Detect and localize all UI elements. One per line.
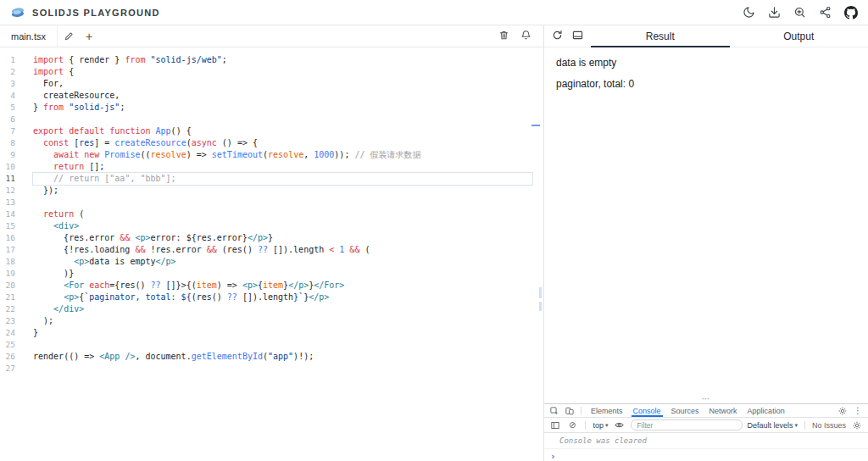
code-line-14[interactable]: 14 return (: [0, 208, 543, 220]
code-line-15[interactable]: 15 <div>: [0, 220, 543, 232]
line-number[interactable]: 7: [0, 125, 15, 137]
line-number[interactable]: 25: [0, 339, 15, 351]
device-toolbar-button[interactable]: [563, 407, 576, 415]
line-text[interactable]: }: [33, 327, 38, 339]
console-sidebar-button[interactable]: [548, 421, 562, 430]
line-text[interactable]: <div>: [33, 220, 79, 232]
line-number[interactable]: 16: [0, 232, 15, 244]
reset-button[interactable]: [498, 30, 509, 43]
line-text[interactable]: {!res.loading && !res.error && (res() ??…: [33, 244, 370, 256]
line-number[interactable]: 20: [0, 280, 15, 292]
line-number[interactable]: 22: [0, 303, 15, 315]
code-line-21[interactable]: 21 <p>{`paginator, total: ${(res() ?? []…: [0, 292, 543, 303]
line-number[interactable]: 3: [0, 78, 15, 90]
console-prompt-row[interactable]: ›: [544, 449, 868, 461]
line-number[interactable]: 8: [0, 137, 15, 149]
line-text[interactable]: For,: [33, 78, 64, 90]
line-text[interactable]: createResource,: [33, 90, 120, 102]
line-text[interactable]: </div>: [33, 303, 84, 315]
line-text[interactable]: // return ["aa", "bbb"];: [33, 173, 176, 185]
code-line-6[interactable]: 6: [0, 114, 543, 125]
github-button[interactable]: [844, 6, 858, 19]
tab-result[interactable]: Result: [591, 25, 730, 47]
line-number[interactable]: 27: [0, 363, 15, 375]
line-text[interactable]: import {: [33, 66, 74, 78]
tab-output[interactable]: Output: [730, 25, 868, 47]
line-text[interactable]: } from "solid-js";: [33, 102, 125, 114]
line-text[interactable]: <p>data is empty</p>: [33, 256, 176, 268]
line-text[interactable]: render(() => <App />, document.getElemen…: [33, 351, 314, 363]
code-line-2[interactable]: 2import {: [0, 66, 543, 78]
line-text[interactable]: const [res] = createResource(async () =>…: [33, 137, 258, 149]
line-text[interactable]: )}: [33, 268, 74, 280]
devtools-resize-handle[interactable]: ⋯: [544, 397, 868, 403]
devtools-settings-button[interactable]: [836, 407, 849, 415]
context-selector[interactable]: top ▾: [593, 421, 608, 430]
code-line-24[interactable]: 24}: [0, 327, 543, 339]
devtools-tab-sources[interactable]: Sources: [666, 404, 704, 417]
line-number[interactable]: 10: [0, 161, 15, 173]
line-text[interactable]: <For each={res() ?? []}>{(item) => <p>{i…: [33, 280, 344, 292]
line-number[interactable]: 21: [0, 292, 15, 303]
line-number[interactable]: 23: [0, 315, 15, 327]
devtools-tab-network[interactable]: Network: [704, 404, 743, 417]
code-line-12[interactable]: 12 });: [0, 185, 543, 197]
code-line-20[interactable]: 20 <For each={res() ?? []}>{(item) => <p…: [0, 280, 543, 292]
line-number[interactable]: 1: [0, 54, 15, 66]
log-levels-selector[interactable]: Default levels ▾: [747, 421, 798, 430]
line-number[interactable]: 5: [0, 102, 15, 114]
line-text[interactable]: <p>{`paginator, total: ${(res() ?? []).l…: [33, 292, 329, 303]
clear-console-button[interactable]: ⊘: [566, 421, 578, 430]
code-line-11[interactable]: 11 // return ["aa", "bbb"];: [0, 173, 543, 185]
code-line-4[interactable]: 4 createResource,: [0, 90, 543, 102]
line-text[interactable]: {res.error && <p>error: ${res.error}</p>…: [33, 232, 273, 244]
inspect-element-button[interactable]: [548, 407, 561, 415]
devtools-tab-console[interactable]: Console: [628, 404, 666, 417]
add-tab-button[interactable]: +: [80, 31, 98, 42]
devtools-menu-button[interactable]: ⋮: [851, 407, 865, 415]
line-number[interactable]: 9: [0, 149, 15, 161]
line-text[interactable]: );: [33, 315, 53, 327]
line-number[interactable]: 18: [0, 256, 15, 268]
code-line-3[interactable]: 3 For,: [0, 78, 543, 90]
line-number[interactable]: 17: [0, 244, 15, 256]
code-line-25[interactable]: 25: [0, 339, 543, 351]
code-line-27[interactable]: 27: [0, 363, 543, 375]
line-number[interactable]: 24: [0, 327, 15, 339]
code-line-5[interactable]: 5} from "solid-js";: [0, 102, 543, 114]
code-line-9[interactable]: 9 await new Promise((resolve) => setTime…: [0, 149, 543, 161]
code-line-16[interactable]: 16 {res.error && <p>error: ${res.error}<…: [0, 232, 543, 244]
line-number[interactable]: 11: [0, 173, 15, 185]
line-number[interactable]: 26: [0, 351, 15, 363]
line-text[interactable]: return (: [33, 208, 84, 220]
code-line-7[interactable]: 7export default function App() {: [0, 125, 543, 137]
code-line-18[interactable]: 18 <p>data is empty</p>: [0, 256, 543, 268]
notifications-button[interactable]: [520, 30, 531, 43]
console-settings-button[interactable]: [850, 421, 864, 430]
line-number[interactable]: 6: [0, 114, 15, 125]
line-text[interactable]: });: [33, 185, 58, 197]
dark-mode-button[interactable]: [743, 6, 755, 19]
refresh-button[interactable]: [552, 30, 563, 43]
code-line-1[interactable]: 1import { render } from "solid-js/web";: [0, 54, 543, 66]
brand[interactable]: SOLIDJS PLAYGROUND: [10, 5, 160, 20]
line-number[interactable]: 4: [0, 90, 15, 102]
code-editor[interactable]: 1import { render } from "solid-js/web";2…: [0, 47, 543, 461]
code-line-22[interactable]: 22 </div>: [0, 303, 543, 315]
code-line-17[interactable]: 17 {!res.loading && !res.error && (res()…: [0, 244, 543, 256]
devtools-tab-elements[interactable]: Elements: [586, 404, 628, 417]
code-line-26[interactable]: 26render(() => <App />, document.getElem…: [0, 351, 543, 363]
line-text[interactable]: export default function App() {: [33, 125, 192, 137]
line-number[interactable]: 14: [0, 208, 15, 220]
tab-main-tsx[interactable]: main.tsx: [0, 25, 58, 47]
devtools-tab-application[interactable]: Application: [743, 404, 790, 417]
line-number[interactable]: 12: [0, 185, 15, 197]
line-number[interactable]: 19: [0, 268, 15, 280]
live-expression-button[interactable]: [612, 420, 626, 430]
code-line-13[interactable]: 13: [0, 197, 543, 208]
issues-counter[interactable]: No Issues: [812, 421, 846, 430]
zoom-button[interactable]: [793, 6, 806, 19]
export-button[interactable]: [768, 6, 781, 19]
line-text[interactable]: import { render } from "solid-js/web";: [33, 54, 227, 66]
console-filter-input[interactable]: [631, 419, 743, 430]
